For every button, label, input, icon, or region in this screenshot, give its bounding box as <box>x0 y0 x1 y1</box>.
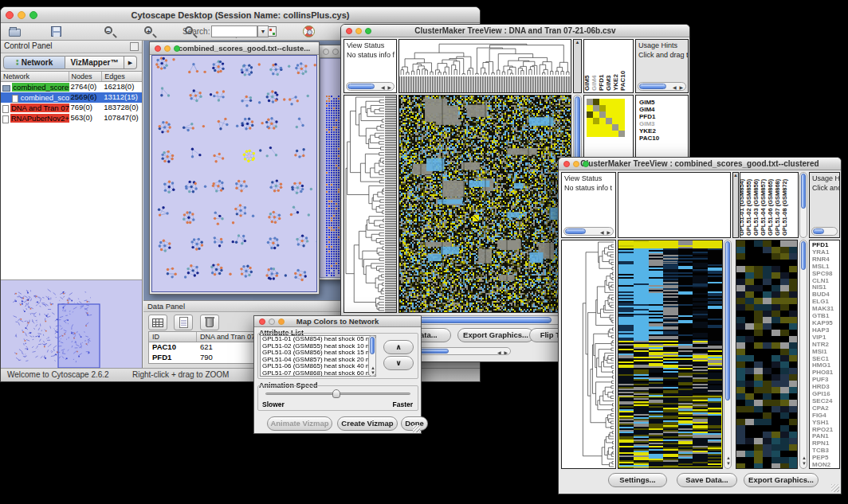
control-panel-title: Control Panel <box>4 41 53 50</box>
table-icon[interactable] <box>148 315 167 330</box>
resize-grip[interactable] <box>413 425 420 432</box>
tv2-col-labels: GPL51-01 (GSM854)GPL51-02 (GSM855)GPL51-… <box>740 172 799 238</box>
tv2-labels-vscrollbar[interactable] <box>799 172 807 238</box>
row-label: CLN1 <box>812 278 839 285</box>
row-label: PAC10 <box>639 135 688 142</box>
help-lifesaver-icon[interactable] <box>301 25 317 39</box>
tv2-zoom-vscrollbar[interactable]: ▲▼ <box>799 240 807 469</box>
tv1-status-scrollbar[interactable]: ◀ ▶ <box>346 82 395 91</box>
tv2-row-labels: PFD1YRA1RNR4MSL1SPC98CLN1NIS1BUD4ELG1MAK… <box>809 240 840 469</box>
network-name: combined_sco <box>20 93 69 102</box>
zoom-window-icon[interactable] <box>365 28 371 34</box>
minimize-icon[interactable] <box>18 11 26 19</box>
row-label: PEP5 <box>812 455 839 462</box>
zoom-window-icon[interactable] <box>583 161 589 167</box>
zoom-out-icon[interactable]: − <box>102 25 118 39</box>
close-icon[interactable] <box>323 49 329 55</box>
tv2-column-dendrogram[interactable] <box>618 172 731 238</box>
tabs-more-icon[interactable]: ▶ <box>124 56 137 69</box>
search-dropdown-icon[interactable]: ▼ <box>257 25 269 37</box>
tv1-col-spacer: ▲ <box>573 39 582 93</box>
tv1-column-dendrogram[interactable] <box>398 39 571 93</box>
animate-vizmap-button[interactable]: Animate Vizmap <box>267 416 332 431</box>
close-icon[interactable] <box>259 318 265 325</box>
open-file-icon[interactable] <box>7 25 23 39</box>
row-label: PAN1 <box>812 433 839 440</box>
tab-vizmapper[interactable]: VizMapper™ <box>65 56 124 69</box>
column-label: YKE2 <box>612 74 619 91</box>
row-label: SEC24 <box>812 398 839 405</box>
delete-attribute-icon[interactable] <box>200 315 219 330</box>
close-icon[interactable] <box>6 11 14 19</box>
column-label: GPL51-02 (GSM855) <box>745 179 752 236</box>
tv1-heatmap[interactable] <box>398 95 571 313</box>
move-up-button[interactable]: ∧ <box>383 340 414 354</box>
row-label: KAP95 <box>812 320 839 327</box>
minimize-icon[interactable] <box>164 45 171 52</box>
tv1-export-graphics-button[interactable]: Export Graphics... <box>457 328 534 342</box>
zoom-window-icon[interactable] <box>174 45 180 52</box>
search-input[interactable] <box>211 25 257 37</box>
tv2-save-data-button[interactable]: Save Data... <box>677 473 737 487</box>
column-label: GPL51-01 (GSM854) <box>740 179 745 236</box>
close-icon[interactable] <box>346 28 352 34</box>
tv1-hscrollbar[interactable]: ◀ ▶ <box>398 315 571 325</box>
treeview2-title: ClusterMaker TreeView : combined_scores_… <box>559 158 841 170</box>
speed-slider-thumb[interactable] <box>332 389 340 398</box>
row-label: SEC1 <box>812 356 839 363</box>
tv1-row-dendrogram[interactable] <box>344 95 397 313</box>
tv2-row-dendrogram[interactable] <box>561 240 616 469</box>
tab-network[interactable]: ⁑ Network <box>3 56 65 69</box>
edge-count: 16218(0) <box>102 82 142 92</box>
tv2-heatmap-vscrollbar[interactable]: ▲▼ <box>724 240 732 469</box>
network-view-canvas[interactable] <box>151 55 317 292</box>
network-name: DNA and Tran 07 <box>10 104 69 112</box>
minimize-icon[interactable] <box>573 161 579 167</box>
birdseye-overview[interactable] <box>1 280 142 368</box>
tv2-col-spacer: ▲ <box>732 172 739 238</box>
network-row[interactable]: DNA and Tran 07769(0)183728(0) <box>1 103 142 113</box>
row-label: MSL1 <box>812 264 839 271</box>
network-frame-1[interactable]: combined_scores_good.txt--cluste... <box>149 41 320 295</box>
zoom-window-icon[interactable] <box>278 318 285 325</box>
network-table-header[interactable]: Network Nodes Edges <box>1 71 142 82</box>
float-panel-icon[interactable] <box>130 42 139 51</box>
tv2-export-graphics-button[interactable]: Export Graphics... <box>744 473 819 487</box>
minimize-icon[interactable] <box>355 28 362 34</box>
network-doc-icon <box>2 105 9 113</box>
zoom-window-icon[interactable] <box>29 11 37 19</box>
network-row[interactable]: RNAPuberNov2+|563(0)107847(0) <box>1 113 142 123</box>
new-attribute-icon[interactable] <box>174 315 193 330</box>
row-label: SPC98 <box>812 271 839 278</box>
close-icon[interactable] <box>155 45 161 52</box>
resize-grip[interactable] <box>831 484 839 492</box>
network-row[interactable]: combined_sco2569(6)13112(15) <box>1 92 142 103</box>
main-titlebar[interactable]: Cytoscape Desktop (Session Name: collins… <box>1 7 480 23</box>
attribute-list-scrollbar[interactable]: ▲▼ <box>368 335 376 377</box>
attribute-list[interactable]: GPL51-01 (GSM854) heat shock 05 minGPL51… <box>260 335 376 377</box>
row-label: VIP1 <box>812 334 839 342</box>
row-label: HRD3 <box>812 384 839 391</box>
row-label: ELG1 <box>812 299 839 306</box>
zoom-in-icon[interactable]: + <box>142 25 158 39</box>
network-row[interactable]: combined_scores2764(0)16218(0) <box>1 82 142 92</box>
column-label: GPL51-08 (GSM872) <box>781 179 788 236</box>
attribute-list-item[interactable]: GPL51-07 (GSM868) heat shock 60 min <box>261 370 375 377</box>
network-tree-empty-area[interactable] <box>1 123 142 280</box>
tv2-zoom-heatmap[interactable] <box>736 240 798 469</box>
row-label: GIM5 <box>639 99 688 106</box>
column-label: GPL51-07 (GSM868) <box>774 179 781 236</box>
tv2-status-scrollbar[interactable]: ◀ ▶ <box>563 227 614 236</box>
tv2-heatmap[interactable] <box>618 240 723 469</box>
row-label: PHO81 <box>812 369 839 377</box>
create-vizmap-button[interactable]: Create Vizmap <box>337 416 398 431</box>
minimize-icon[interactable] <box>269 318 275 325</box>
tv1-hints-scrollbar[interactable]: ◀ ▶ <box>638 82 686 91</box>
tv2-hints-scrollbar[interactable] <box>811 227 838 236</box>
move-down-button[interactable]: ∨ <box>383 356 414 370</box>
close-icon[interactable] <box>563 161 570 167</box>
tv2-settings-button[interactable]: Settings... <box>608 473 667 487</box>
save-icon[interactable] <box>49 25 65 39</box>
minimize-icon[interactable] <box>332 49 339 55</box>
node-count: 2569(6) <box>69 92 103 103</box>
